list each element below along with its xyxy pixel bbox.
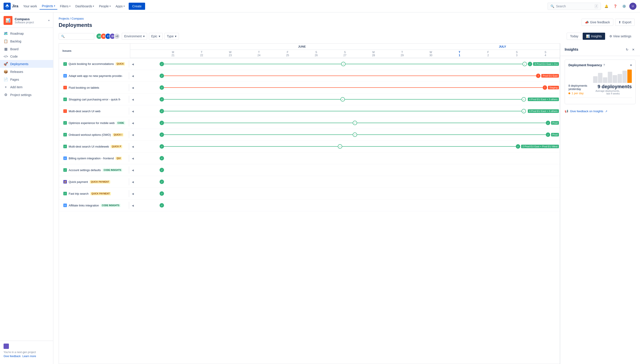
search-icon: 🔍 (550, 4, 554, 8)
avatar-overflow[interactable]: +3 (114, 33, 120, 39)
freq-collapse-icon[interactable]: ▾ (630, 63, 632, 67)
sidebar-item-pages[interactable]: 📄 Pages (0, 76, 53, 83)
gantt-bar-cell: ✓ ✓ ✓ ✓ 4 Prod EU East + 3 o (159, 58, 560, 70)
gantt-table: Issues JUNE JULY M21 T22 W23 T24 F25 (59, 44, 560, 211)
nav-apps[interactable]: Apps ▾ (113, 3, 127, 9)
issue-name[interactable]: Optimize experience for mobile web (69, 121, 115, 125)
user-avatar[interactable]: U (629, 3, 636, 10)
table-row: ✓ Fast trip search QUICK PAYMENT ◀ ✓ (59, 188, 560, 200)
july-month: JULY (445, 44, 560, 50)
epic-filter[interactable]: Epic ▾ (149, 33, 163, 40)
insights-header: Insights ↻ ✕ (560, 43, 640, 56)
sidebar-item-roadmap[interactable]: 🗺️ Roadmap (0, 30, 53, 37)
nav-your-work[interactable]: Your work (21, 3, 39, 9)
collapse-arrow[interactable]: ◀ (131, 145, 135, 148)
footer-feedback-link[interactable]: Give feedback (4, 355, 21, 358)
collapse-arrow[interactable]: ◀ (131, 157, 135, 160)
notifications-button[interactable]: 🔔 (603, 3, 610, 10)
collapse-arrow[interactable]: ◀ (131, 192, 135, 195)
collapse-arrow[interactable]: ◀ (131, 86, 135, 89)
type-filter[interactable]: Type ▾ (164, 33, 179, 40)
collapse-arrow[interactable]: ◀ (131, 180, 135, 184)
issue-name[interactable]: Multi-dest search UI mobileweb (69, 145, 109, 148)
collapse-arrow[interactable]: ◀ (131, 74, 135, 78)
issue-name[interactable]: Account settings defaults (69, 168, 101, 172)
search-box[interactable]: 🔍 Search / (548, 3, 601, 10)
help-icon[interactable]: ? (603, 64, 605, 67)
feedback-link[interactable]: 📢 Give feedback on Insights ↗ (565, 108, 636, 115)
environment-filter[interactable]: Environment ▾ (122, 33, 147, 40)
sidebar-item-code[interactable]: </> Code (0, 53, 53, 60)
issue-tag: QUICK I (113, 133, 123, 136)
collapse-arrow[interactable]: ◀ (131, 204, 135, 207)
sidebar-item-settings[interactable]: ⚙ Project settings (0, 91, 53, 99)
nav-dashboards[interactable]: Dashboards ▾ (73, 3, 96, 9)
jira-logo[interactable]: Jira (4, 3, 18, 10)
breadcrumb-projects[interactable]: Projects (59, 17, 69, 20)
arrow-cell: ◀ (130, 176, 159, 188)
nav-projects[interactable]: Projects ▾ (40, 3, 57, 10)
sidebar-item-releases[interactable]: 📦 Releases (0, 68, 53, 76)
deploy-check: ✓ (160, 97, 164, 102)
project-icon: 📊 (4, 16, 12, 25)
sidebar-item-backlog[interactable]: 📋 Backlog (0, 37, 53, 45)
issue-name[interactable]: Shopping cart purchasing error - quick f… (69, 98, 121, 101)
issue-name[interactable]: Billing system integration - frontend (69, 157, 114, 160)
issue-name[interactable]: Quick payment (69, 180, 88, 184)
settings-button[interactable]: ⚙️ (620, 3, 628, 10)
sidebar-label-deployments: Deployments (10, 62, 28, 66)
tab-insights[interactable]: 📊 Insights (583, 33, 605, 40)
issue-cell: ✓ Quick booking for accommodations QUICK (59, 58, 130, 70)
issue-name[interactable]: Multi-dest search UI web (69, 110, 100, 113)
issue-name[interactable]: Quick booking for accommodations (69, 62, 114, 66)
collapse-arrow[interactable]: ◀ (131, 110, 135, 113)
table-row: ≡ Adapt web app no new payments provide-… (59, 70, 560, 82)
gantt-header: Issues JUNE JULY M21 T22 W23 T24 F25 (59, 44, 560, 58)
issue-name[interactable]: Adapt web app no new payments provide- (69, 74, 123, 78)
issue-name[interactable]: Affiliate links integration (69, 204, 99, 207)
environment-chevron-icon: ▾ (143, 34, 145, 38)
export-button[interactable]: ⬆ Export (615, 19, 635, 26)
collapse-arrow[interactable]: ◀ (131, 169, 135, 172)
sidebar-item-board[interactable]: ▦ Board (0, 45, 53, 53)
story-icon: ✓ (63, 62, 67, 66)
collapse-arrow[interactable]: ◀ (131, 98, 135, 101)
footer-learn-link[interactable]: Learn more (22, 355, 36, 358)
issue-name[interactable]: Fast trip search (69, 192, 89, 195)
month-row: Issues JUNE JULY (59, 44, 560, 50)
backlog-icon: 📋 (4, 39, 8, 43)
collapse-arrow[interactable]: ◀ (131, 63, 135, 66)
deploy-check: ✓ (160, 121, 164, 125)
deploy-check: ✓ (160, 132, 164, 137)
table-row: ✓ Shopping cart purchasing error - quick… (59, 94, 560, 105)
deploy-check: ✓ (546, 132, 550, 137)
help-button[interactable]: ❓ (612, 3, 619, 10)
sidebar-project[interactable]: 📊 Compass Software project ▾ (0, 12, 53, 28)
insights-header-actions: ↻ ✕ (625, 47, 636, 52)
tab-today[interactable]: Today (567, 33, 582, 40)
create-button[interactable]: Create (129, 3, 145, 10)
issue-name[interactable]: Fluid booking on tablets (69, 86, 99, 89)
close-insights-button[interactable]: ✕ (631, 47, 636, 52)
tab-view-settings[interactable]: ⚙ View settings (606, 33, 635, 40)
issue-cell: ⚡ Quick payment QUICK PAYMENT (59, 176, 130, 188)
nav-filters[interactable]: Filters ▾ (58, 3, 73, 9)
deploy-line (342, 146, 516, 147)
issue-name[interactable]: Onboard workout options (OWO) (69, 133, 111, 136)
gantt-container[interactable]: Issues JUNE JULY M21 T22 W23 T24 F25 (59, 43, 560, 364)
breadcrumb-compass[interactable]: Compass (72, 17, 84, 20)
collapse-arrow[interactable]: ◀ (131, 133, 135, 136)
deploy-check: ✓ (340, 97, 345, 102)
bar-1 (593, 76, 598, 83)
gantt-bar-cell: ✓ ! Staging (159, 82, 560, 94)
filters-chevron-icon: ▾ (69, 5, 70, 7)
nav-people[interactable]: People ▾ (97, 3, 113, 9)
give-feedback-button[interactable]: 📣 Give feedback (582, 19, 613, 26)
issue-search[interactable]: 🔍 (59, 33, 94, 40)
sidebar-item-deployments[interactable]: 🚀 Deployments (0, 60, 53, 68)
sidebar-label-add: Add item (10, 85, 22, 89)
refresh-button[interactable]: ↻ (625, 47, 629, 52)
sidebar-item-add[interactable]: + Add item (0, 83, 53, 91)
collapse-arrow[interactable]: ◀ (131, 122, 135, 125)
issue-cell: ≡ Affiliate links integration CODE INSIG… (59, 200, 130, 211)
